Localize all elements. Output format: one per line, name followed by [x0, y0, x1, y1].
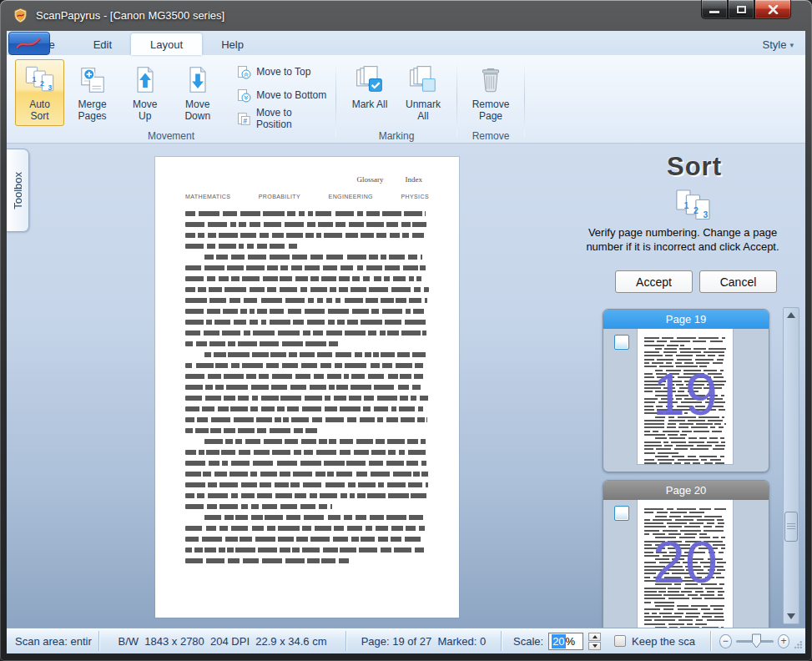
- status-image-info: B/W 1843 x 2780 204 DPI 22.9 x 34.6 cm: [99, 628, 345, 653]
- move-to-bottom-button[interactable]: Move to Bottom: [234, 87, 332, 103]
- remove-page-button[interactable]: Remove Page: [466, 59, 516, 126]
- svg-text:1: 1: [32, 75, 36, 83]
- thumbnail-page-19[interactable]: Page 19 19: [603, 309, 769, 472]
- resize-grip[interactable]: [794, 639, 803, 650]
- move-down-icon: [182, 64, 214, 96]
- unmark-all-label: Unmark All: [403, 98, 443, 122]
- scale-increment-button[interactable]: [588, 633, 601, 641]
- minimize-icon: [709, 11, 719, 13]
- remove-page-label: Remove Page: [471, 98, 511, 122]
- document-header: Glossary Index: [185, 175, 422, 184]
- scrollbar-thumb[interactable]: [784, 512, 798, 542]
- move-down-button[interactable]: Move Down: [173, 59, 222, 126]
- app-window: ScanPapyrus - [Canon MG3500 series] Home…: [0, 0, 812, 661]
- maximize-button[interactable]: [728, 0, 754, 19]
- ribbon-group-remove: Remove Page Remove: [457, 55, 524, 143]
- move-to-top-label: Move to Top: [256, 66, 310, 78]
- svg-text:#: #: [244, 116, 248, 124]
- tab-help[interactable]: Help: [202, 33, 263, 55]
- page-20-thumbnail: 20: [638, 500, 733, 628]
- spinner-down-icon: [593, 644, 598, 648]
- scroll-up-button[interactable]: [784, 308, 799, 322]
- arrow-up-icon: [787, 312, 795, 318]
- zoom-in-button[interactable]: +: [778, 634, 790, 648]
- doc-col-mathematics: MATHEMATICS: [185, 194, 230, 199]
- mark-all-icon: [354, 64, 386, 96]
- move-up-icon: [129, 64, 161, 96]
- status-scale-controls: Scale: 20 %: [502, 628, 606, 653]
- scale-label: Scale:: [513, 635, 543, 648]
- page-19-checkbox[interactable]: [614, 335, 629, 350]
- scroll-down-button[interactable]: [784, 609, 799, 623]
- doc-header-index: Index: [406, 175, 423, 184]
- page-20-checkbox[interactable]: [614, 506, 629, 521]
- group-label-remove: Remove: [457, 130, 524, 142]
- mark-all-button[interactable]: Mark All: [345, 59, 395, 126]
- title-bar: ScanPapyrus - [Canon MG3500 series]: [0, 0, 812, 31]
- scale-input[interactable]: 20 %: [548, 633, 583, 650]
- keep-scale-label: Keep the sca: [632, 635, 695, 648]
- toolbox-tab[interactable]: Toolbox: [7, 149, 29, 232]
- group-label-movement: Movement: [7, 130, 335, 142]
- scrollbar-grip-icon: [787, 523, 795, 531]
- status-keep-scale: Keep the sca: [606, 628, 710, 653]
- window-title: ScanPapyrus - [Canon MG3500 series]: [36, 9, 224, 22]
- page-19-number-overlay: 19: [653, 361, 718, 428]
- cancel-button[interactable]: Cancel: [699, 270, 777, 293]
- close-button[interactable]: [754, 0, 791, 19]
- ribbon: 123 Auto Sort Merge Pages: [7, 55, 805, 144]
- svg-text:2: 2: [693, 206, 699, 215]
- merge-pages-button[interactable]: Merge Pages: [68, 59, 117, 126]
- window-controls: [701, 0, 791, 19]
- keep-scale-checkbox[interactable]: [614, 635, 626, 647]
- auto-sort-icon: 123: [24, 64, 56, 96]
- merge-pages-icon: [77, 64, 108, 96]
- auto-sort-button[interactable]: 123 Auto Sort: [15, 59, 64, 126]
- page-19-thumbnail: 19: [638, 329, 733, 464]
- tab-edit[interactable]: Edit: [74, 33, 131, 55]
- ribbon-group-marking: Mark All Unmark All Marking: [336, 55, 456, 143]
- style-menu[interactable]: Style ▾: [763, 38, 794, 51]
- sort-pages-icon: 123: [674, 187, 713, 225]
- ribbon-tab-bar: Home Edit Layout Help Style ▾: [7, 31, 805, 55]
- move-to-bottom-label: Move to Bottom: [256, 89, 326, 101]
- page-20-header: Page 20: [603, 481, 769, 500]
- svg-text:2: 2: [40, 79, 44, 88]
- arrow-down-icon: [787, 613, 795, 619]
- move-to-top-icon: [237, 65, 251, 79]
- move-up-label: Move Up: [125, 98, 165, 122]
- unmark-all-button[interactable]: Unmark All: [398, 59, 448, 126]
- workspace: Toolbox Glossary Index MATHEMATICS PROBA…: [7, 144, 805, 628]
- move-up-button[interactable]: Move Up: [120, 59, 169, 126]
- group-label-marking: Marking: [336, 130, 456, 142]
- svg-text:3: 3: [48, 83, 52, 92]
- move-to-top-button[interactable]: Move to Top: [234, 63, 332, 80]
- tab-layout[interactable]: Layout: [131, 33, 202, 55]
- status-bar: Scan area: entir B/W 1843 x 2780 204 DPI…: [7, 628, 805, 653]
- doc-col-physics: PHYSICS: [401, 194, 429, 199]
- thumbnail-page-20[interactable]: Page 20 20: [603, 480, 769, 628]
- merge-pages-label: Merge Pages: [73, 98, 113, 122]
- accept-button[interactable]: Accept: [615, 270, 693, 293]
- move-to-position-button[interactable]: # Move to Position: [234, 110, 332, 127]
- thumbnail-scrollbar[interactable]: [783, 307, 799, 624]
- scale-value: 20: [552, 634, 565, 648]
- remove-page-icon: [475, 64, 507, 96]
- style-menu-label: Style: [763, 38, 787, 51]
- mark-all-label: Mark All: [350, 98, 390, 110]
- doc-col-probability: PROBABILITY: [259, 194, 300, 199]
- close-icon: [768, 5, 779, 14]
- zoom-slider-thumb[interactable]: [751, 633, 762, 648]
- scale-decrement-button[interactable]: [588, 642, 601, 650]
- scale-spinner: [588, 633, 601, 650]
- minimize-button[interactable]: [701, 0, 728, 19]
- zoom-slider-track[interactable]: [736, 640, 774, 643]
- sort-panel-message: Verify page numbering. Change a page num…: [577, 225, 788, 254]
- document-preview: Glossary Index MATHEMATICS PROBABILITY E…: [155, 157, 459, 618]
- maximize-icon: [737, 6, 746, 13]
- zoom-out-button[interactable]: −: [719, 634, 732, 648]
- doc-col-engineering: ENGINEERING: [329, 194, 373, 199]
- application-menu-button[interactable]: [8, 32, 50, 55]
- scanned-text-lines: [185, 211, 429, 563]
- svg-text:3: 3: [704, 210, 709, 219]
